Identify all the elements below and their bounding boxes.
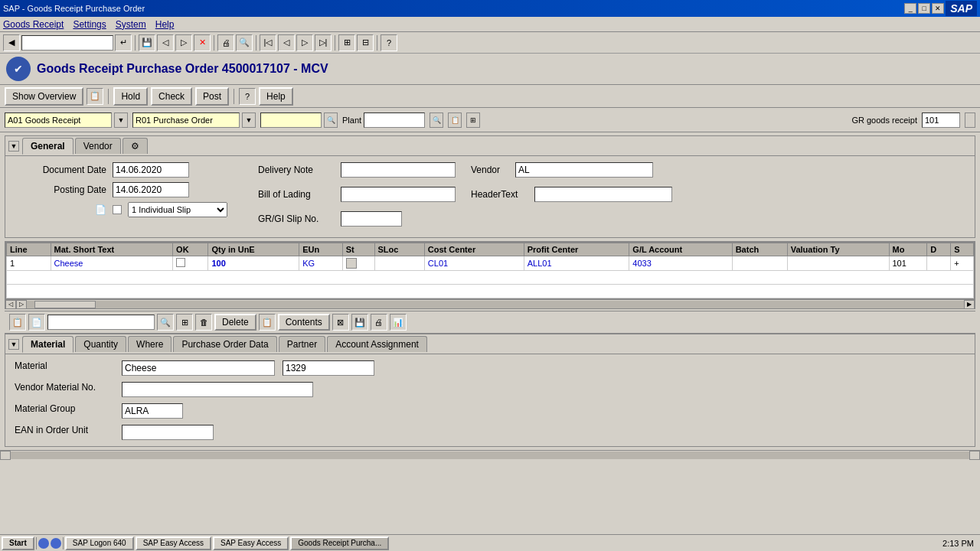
plant-search[interactable]: 🔍 [430, 112, 443, 128]
tab-partner[interactable]: Partner [279, 336, 325, 352]
gr-gi-slip-input[interactable] [341, 211, 402, 227]
help-icon[interactable]: ? [239, 88, 256, 105]
tab-account-assignment[interactable]: Account Assignment [327, 336, 427, 352]
material-input[interactable] [122, 360, 275, 376]
plant-input[interactable] [364, 112, 425, 128]
stop-button[interactable]: ✕ [194, 34, 211, 51]
scroll-thumb[interactable] [34, 301, 96, 308]
document-date-input[interactable] [113, 162, 189, 178]
ean-input[interactable] [122, 425, 214, 440]
menu-goods-receipt[interactable]: Goods Receipt [3, 19, 64, 30]
prev-button[interactable]: ◁ [278, 34, 295, 51]
tab-po-data[interactable]: Purchase Order Data [173, 336, 276, 352]
taskbar-sap-logon[interactable]: SAP Logon 640 [65, 536, 134, 550]
movement-type-input[interactable] [5, 112, 112, 128]
st-icon[interactable] [346, 258, 357, 269]
nav-forward-button[interactable]: ▷ [175, 34, 192, 51]
taskbar-goods-receipt[interactable]: Goods Receipt Purcha... [290, 536, 389, 550]
order-number-input[interactable] [260, 112, 322, 128]
post-button[interactable]: Post [195, 87, 229, 106]
cell-profit-center[interactable]: ALL01 [524, 256, 629, 271]
taskbar-sap-easy-2[interactable]: SAP Easy Access [213, 536, 289, 550]
tab-general[interactable]: General [22, 138, 74, 155]
lower-section-toggle[interactable]: ▼ [8, 339, 19, 350]
back-button[interactable]: ◀ [3, 34, 20, 51]
scroll-right-small[interactable]: ▷ [16, 300, 27, 309]
menu-help[interactable]: Help [155, 19, 175, 30]
table-extra-btn[interactable]: ⊠ [332, 314, 349, 331]
order-number-search[interactable]: 🔍 [324, 112, 338, 128]
vendor-input[interactable] [515, 162, 653, 178]
table-icon-2[interactable]: 📄 [28, 314, 45, 331]
first-button[interactable]: |◁ [260, 34, 276, 51]
cell-gl-account[interactable]: 4033 [629, 256, 732, 271]
table-search-btn[interactable]: 🔍 [157, 314, 174, 331]
table-save-btn[interactable]: 💾 [351, 314, 368, 331]
cell-cost-center[interactable]: CL01 [424, 256, 524, 271]
print-button[interactable]: 🖨 [217, 34, 234, 51]
delivery-note-input[interactable] [341, 162, 456, 178]
minimize-button[interactable]: _ [904, 3, 916, 14]
delete-button[interactable]: Delete [214, 314, 256, 331]
tab-vendor[interactable]: Vendor [75, 138, 121, 154]
delete-icon[interactable]: 🗑 [195, 314, 212, 331]
check-button[interactable]: Check [151, 87, 192, 106]
plant-btn-2[interactable]: 📋 [448, 112, 462, 128]
overview-icon-button[interactable]: 📋 [87, 88, 103, 105]
header-text-input[interactable] [534, 187, 672, 202]
last-button[interactable]: ▷| [315, 34, 332, 51]
table-search-input[interactable] [47, 315, 155, 330]
nav-back-button[interactable]: ◁ [157, 34, 174, 51]
hold-button[interactable]: Hold [113, 87, 148, 106]
vendor-material-input[interactable] [122, 382, 313, 397]
close-button[interactable]: ✕ [932, 3, 944, 14]
table-nav-btn[interactable]: ⊞ [176, 314, 193, 331]
material-group-input[interactable] [122, 403, 183, 419]
contents-icon[interactable]: 📋 [259, 314, 276, 331]
cell-st[interactable] [342, 256, 374, 271]
cell-ok[interactable] [173, 256, 208, 271]
order-type-dropdown[interactable]: ▼ [242, 112, 256, 128]
collapse-button[interactable]: ⊟ [357, 34, 374, 51]
scroll-right-end[interactable]: ▶ [964, 300, 975, 309]
gr-goods-receipt-input[interactable] [922, 112, 960, 128]
slip-select[interactable]: 1 Individual Slip [128, 202, 227, 217]
table-print-btn[interactable]: 🖨 [371, 314, 387, 331]
tab-settings-icon[interactable]: ⚙ [122, 138, 148, 154]
order-type-input[interactable] [132, 112, 240, 128]
help-text-button[interactable]: Help [259, 87, 293, 106]
right-scrollbar-arrow[interactable] [965, 112, 975, 128]
tab-where[interactable]: Where [128, 336, 172, 352]
enter-button[interactable]: ↵ [115, 34, 132, 51]
tab-material[interactable]: Material [22, 336, 74, 353]
show-overview-button[interactable]: Show Overview [5, 87, 83, 106]
taskbar-sap-easy-1[interactable]: SAP Easy Access [136, 536, 211, 550]
expand-button[interactable]: ⊞ [338, 34, 355, 51]
scroll-left[interactable]: ◁ [5, 300, 16, 309]
table-detail-btn[interactable]: 📊 [390, 314, 407, 331]
posting-date-input[interactable] [113, 182, 189, 197]
command-input[interactable] [21, 35, 113, 51]
main-scroll-left[interactable] [0, 451, 11, 460]
scroll-track[interactable] [27, 301, 964, 308]
main-scroll-track[interactable] [11, 452, 969, 459]
main-scroll-right[interactable] [969, 451, 980, 460]
material-code-input[interactable] [283, 360, 374, 376]
next-button[interactable]: ▷ [296, 34, 313, 51]
contents-button[interactable]: Contents [278, 314, 330, 331]
start-button[interactable]: Start [2, 536, 34, 550]
h-scrollbar[interactable]: ◁ ▷ ▶ [5, 299, 975, 308]
help-button[interactable]: ? [381, 34, 397, 51]
maximize-button[interactable]: □ [918, 3, 930, 14]
save-button[interactable]: 💾 [139, 34, 155, 51]
slip-checkbox[interactable] [113, 205, 122, 214]
plant-btn-3[interactable]: ⊞ [466, 112, 480, 128]
table-icon-1[interactable]: 📋 [9, 314, 26, 331]
find-button[interactable]: 🔍 [236, 34, 253, 51]
cell-mat-text[interactable]: Cheese [51, 256, 173, 271]
menu-settings[interactable]: Settings [73, 19, 106, 30]
movement-type-dropdown[interactable]: ▼ [114, 112, 128, 128]
main-h-scrollbar[interactable] [0, 450, 980, 459]
upper-section-toggle[interactable]: ▼ [8, 141, 19, 152]
bill-lading-input[interactable] [341, 187, 456, 202]
